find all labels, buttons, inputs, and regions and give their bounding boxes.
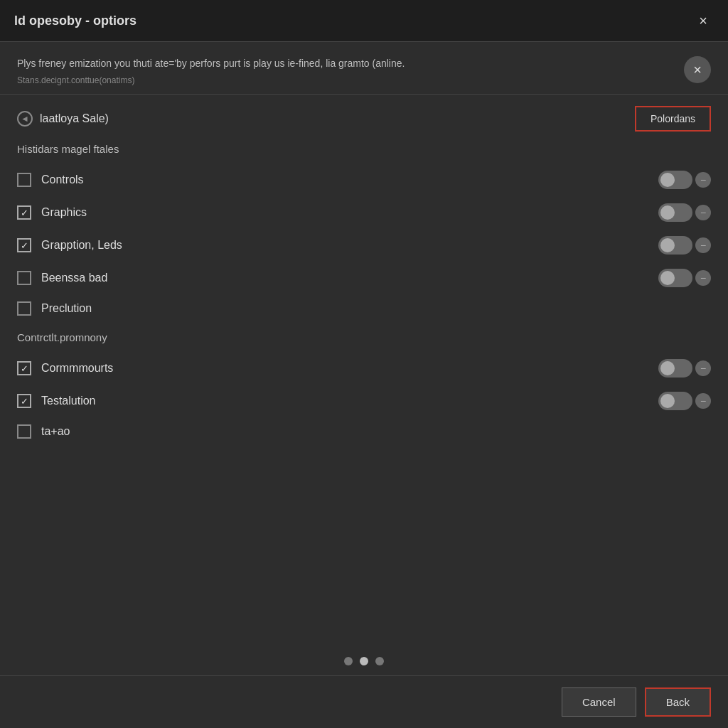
toggle-cormmm: − xyxy=(658,359,711,378)
back-button[interactable]: Back xyxy=(645,687,711,717)
toggle-switch-grapption[interactable] xyxy=(658,236,692,255)
label-cormmm: Cormmmourts xyxy=(41,362,113,375)
toggle-minus-grapption[interactable]: − xyxy=(695,237,711,253)
checkbox-taaa[interactable] xyxy=(17,424,31,439)
toggle-testalution: − xyxy=(658,392,711,410)
cancel-button[interactable]: Cancel xyxy=(562,687,636,717)
label-grapption: Grapption, Leds xyxy=(41,239,122,252)
option-row-taaa: ta+ao xyxy=(17,417,711,446)
option-row-controls: Controls − xyxy=(17,164,711,196)
checkbox-grapption[interactable] xyxy=(17,238,31,252)
header-close-button[interactable]: × xyxy=(684,56,711,83)
toggle-minus-cormmm[interactable]: − xyxy=(695,360,711,376)
option-left-taaa: ta+ao xyxy=(17,424,70,439)
toggle-switch-beenssa[interactable] xyxy=(658,269,692,287)
title-bar: ld opesoby - optiors × xyxy=(0,0,728,42)
header-subtitle: Stans.decignt.conttue(onatims) xyxy=(17,74,673,87)
checkbox-cormmm[interactable] xyxy=(17,361,31,375)
toggle-minus-testalution[interactable]: − xyxy=(695,393,711,409)
toggle-switch-cormmm[interactable] xyxy=(658,359,692,378)
checkbox-testalution[interactable] xyxy=(17,394,31,408)
option-left-graphics: Graphics xyxy=(17,205,87,220)
pagination xyxy=(0,647,728,675)
label-taaa: ta+ao xyxy=(41,425,70,438)
toggle-controls: − xyxy=(658,171,711,189)
option-left-preclution: Preclution xyxy=(17,301,92,316)
pagination-dot-1[interactable] xyxy=(344,657,353,665)
label-controls: Controls xyxy=(41,173,84,186)
toggle-beenssa: − xyxy=(658,269,711,287)
pagination-dot-2[interactable] xyxy=(360,657,368,665)
checkbox-beenssa[interactable] xyxy=(17,271,31,285)
header-description: Plys freney emization you thuti ate='by … xyxy=(17,56,673,87)
dialog-title: ld opesoby - optiors xyxy=(14,14,136,28)
option-left-controls: Controls xyxy=(17,173,84,187)
section2-label: Contrctlt.promnony xyxy=(17,331,711,343)
option-row-graphics: Graphics − xyxy=(17,196,711,229)
checkbox-controls[interactable] xyxy=(17,173,31,187)
label-graphics: Graphics xyxy=(41,206,87,219)
option-left-testalution: Testalution xyxy=(17,394,96,408)
toggle-minus-graphics[interactable]: − xyxy=(695,205,711,220)
checkbox-preclution[interactable] xyxy=(17,301,31,316)
toggle-switch-testalution[interactable] xyxy=(658,392,692,410)
toggle-minus-controls[interactable]: − xyxy=(695,172,711,188)
option-row-beenssa: Beenssa bad − xyxy=(17,262,711,294)
pagination-dot-3[interactable] xyxy=(375,657,384,665)
dialog: ld opesoby - optiors × Plys freney emiza… xyxy=(0,0,728,728)
option-left-beenssa: Beenssa bad xyxy=(17,271,107,285)
label-beenssa: Beenssa bad xyxy=(41,272,107,284)
title-close-button[interactable]: × xyxy=(692,10,714,31)
toggle-minus-beenssa[interactable]: − xyxy=(695,270,711,286)
option-row-preclution: Preclution xyxy=(17,294,711,323)
toggle-grapption: − xyxy=(658,236,711,255)
chevron-icon[interactable]: ◄ xyxy=(17,111,33,127)
label-testalution: Testalution xyxy=(41,395,96,407)
option-row-cormmm: Cormmmourts − xyxy=(17,352,711,385)
option-left-grapption: Grapption, Leds xyxy=(17,238,122,252)
footer: Cancel Back xyxy=(0,675,728,728)
toggle-switch-controls[interactable] xyxy=(658,171,692,189)
content-area: ◄ laatloya Sale) Polordans Histidars mag… xyxy=(0,95,728,647)
section1-header: ◄ laatloya Sale) Polordans xyxy=(17,106,711,132)
toggle-graphics: − xyxy=(658,203,711,222)
label-preclution: Preclution xyxy=(41,302,92,315)
section1-title-row: ◄ laatloya Sale) xyxy=(17,111,109,127)
option-row-testalution: Testalution − xyxy=(17,385,711,417)
checkbox-graphics[interactable] xyxy=(17,205,31,220)
option-left-cormmm: Cormmmourts xyxy=(17,361,113,375)
section1-title: laatloya Sale) xyxy=(40,112,109,125)
toggle-switch-graphics[interactable] xyxy=(658,203,692,222)
polordans-button[interactable]: Polordans xyxy=(635,106,711,132)
option-row-grapption: Grapption, Leds − xyxy=(17,229,711,262)
header-section: Plys freney emization you thuti ate='by … xyxy=(0,42,728,95)
header-main-text: Plys freney emization you thuti ate='by … xyxy=(17,56,673,71)
subsection1-label: Histidars magel ftales xyxy=(17,143,711,155)
